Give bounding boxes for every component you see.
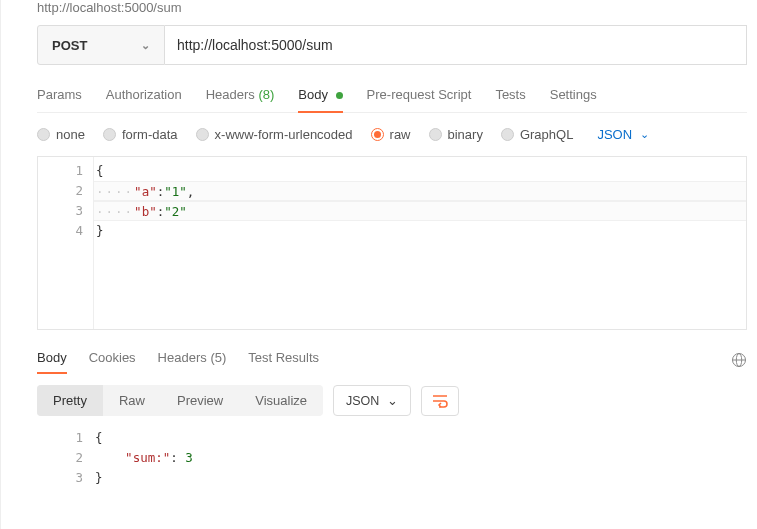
code-indent: ···· — [96, 184, 134, 199]
code-indent — [95, 450, 125, 465]
seg-preview[interactable]: Preview — [161, 385, 239, 416]
tab-params[interactable]: Params — [37, 83, 82, 112]
code-token: { — [96, 163, 104, 178]
response-format-select[interactable]: JSON ⌄ — [333, 385, 411, 416]
response-toolbar: Pretty Raw Preview Visualize JSON ⌄ — [37, 385, 747, 416]
radio-binary[interactable]: binary — [429, 127, 483, 142]
radio-graphql-label: GraphQL — [520, 127, 573, 142]
body-type-radios: none form-data x-www-form-urlencoded raw… — [37, 127, 747, 156]
response-body-editor[interactable]: 1 2 3 { "sum:": 3 } — [37, 424, 747, 492]
http-method-label: POST — [52, 38, 87, 53]
radio-icon — [371, 128, 384, 141]
resp-tab-headers-count: (5) — [210, 350, 226, 365]
radio-raw-label: raw — [390, 127, 411, 142]
code-token: "a" — [134, 184, 157, 199]
tab-body-label: Body — [298, 87, 328, 102]
radio-urlencoded-label: x-www-form-urlencoded — [215, 127, 353, 142]
resp-tab-cookies[interactable]: Cookies — [89, 346, 136, 373]
seg-pretty[interactable]: Pretty — [37, 385, 103, 416]
http-method-select[interactable]: POST ⌄ — [37, 25, 165, 65]
tab-authorization[interactable]: Authorization — [106, 83, 182, 112]
radio-formdata-label: form-data — [122, 127, 178, 142]
resp-tab-headers-label: Headers — [158, 350, 207, 365]
line-number: 3 — [37, 468, 83, 488]
radio-raw[interactable]: raw — [371, 127, 411, 142]
chevron-down-icon: ⌄ — [640, 128, 649, 141]
wrap-lines-button[interactable] — [421, 386, 459, 416]
response-editor-code[interactable]: { "sum:": 3 } — [93, 424, 747, 492]
response-tabs: Body Cookies Headers (5) Test Results — [37, 346, 747, 373]
chevron-down-icon: ⌄ — [387, 393, 398, 408]
request-editor-gutter: 1 2 3 4 — [38, 157, 94, 329]
radio-icon — [429, 128, 442, 141]
tab-headers-label: Headers — [206, 87, 255, 102]
line-number: 1 — [38, 161, 83, 181]
seg-visualize[interactable]: Visualize — [239, 385, 323, 416]
response-editor-gutter: 1 2 3 — [37, 424, 93, 492]
code-token: : — [170, 450, 185, 465]
chevron-down-icon: ⌄ — [141, 39, 150, 52]
line-number: 2 — [37, 448, 83, 468]
code-token: 3 — [185, 450, 193, 465]
radio-icon — [501, 128, 514, 141]
code-token: , — [187, 184, 195, 199]
line-number: 2 — [38, 181, 83, 201]
request-tabs: Params Authorization Headers (8) Body Pr… — [37, 83, 747, 113]
body-active-dot-icon — [336, 92, 343, 99]
response-view-segments: Pretty Raw Preview Visualize — [37, 385, 323, 416]
code-token: } — [95, 470, 103, 485]
line-number: 1 — [37, 428, 83, 448]
tab-settings[interactable]: Settings — [550, 83, 597, 112]
resp-tab-headers[interactable]: Headers (5) — [158, 346, 227, 373]
radio-binary-label: binary — [448, 127, 483, 142]
resp-tab-body[interactable]: Body — [37, 346, 67, 373]
code-token: "2" — [164, 204, 187, 219]
tab-headers[interactable]: Headers (8) — [206, 83, 275, 112]
body-format-select[interactable]: JSON ⌄ — [597, 127, 649, 142]
globe-icon[interactable] — [731, 352, 747, 368]
code-token: "1" — [164, 184, 187, 199]
radio-icon — [103, 128, 116, 141]
seg-raw[interactable]: Raw — [103, 385, 161, 416]
code-token: { — [95, 430, 103, 445]
radio-graphql[interactable]: GraphQL — [501, 127, 573, 142]
request-url-input[interactable] — [165, 25, 747, 65]
code-indent: ···· — [96, 204, 134, 219]
radio-none[interactable]: none — [37, 127, 85, 142]
tab-headers-count: (8) — [258, 87, 274, 102]
radio-none-label: none — [56, 127, 85, 142]
radio-icon — [196, 128, 209, 141]
request-row: POST ⌄ — [37, 25, 747, 65]
code-token: } — [96, 223, 104, 238]
tab-body[interactable]: Body — [298, 83, 342, 112]
radio-icon — [37, 128, 50, 141]
resp-tab-test-results[interactable]: Test Results — [248, 346, 319, 373]
radio-urlencoded[interactable]: x-www-form-urlencoded — [196, 127, 353, 142]
breadcrumb-partial-url: http://localhost:5000/sum — [37, 0, 747, 15]
request-body-editor[interactable]: 1 2 3 4 { ····"a":"1", ····"b":"2" } — [37, 156, 747, 330]
body-format-label: JSON — [597, 127, 632, 142]
code-token: "b" — [134, 204, 157, 219]
code-token: "sum:" — [125, 450, 170, 465]
line-number: 4 — [38, 221, 83, 241]
response-format-label: JSON — [346, 394, 379, 408]
tab-prerequest[interactable]: Pre-request Script — [367, 83, 472, 112]
line-number: 3 — [38, 201, 83, 221]
radio-formdata[interactable]: form-data — [103, 127, 178, 142]
request-editor-code[interactable]: { ····"a":"1", ····"b":"2" } — [94, 157, 746, 329]
tab-tests[interactable]: Tests — [495, 83, 525, 112]
